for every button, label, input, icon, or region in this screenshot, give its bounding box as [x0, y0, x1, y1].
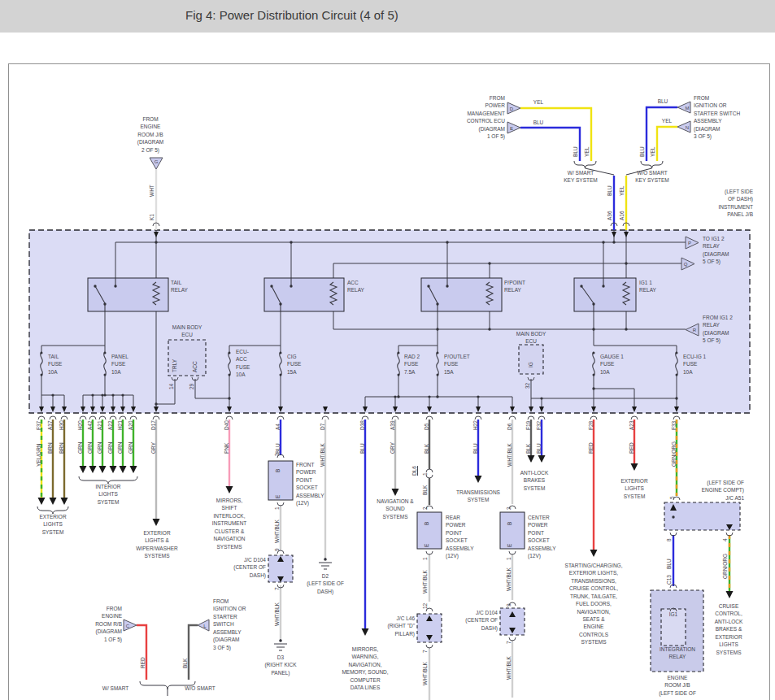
without-smart-key-note: W/O SMART KEY SYSTEM — [631, 169, 673, 185]
wire-label-blu-m: BLU — [655, 98, 671, 105]
pin-d38: D38 — [359, 420, 365, 430]
cig-fuse-label: CIG FUSE 15A — [287, 353, 315, 376]
ecu-pin-ig: IG — [528, 362, 533, 367]
jc-d104-b-label: J/C D104 (CENTER OF DASH) — [442, 609, 498, 632]
front-whtblk-2: WHT/BLK — [274, 602, 280, 626]
color-a42: GRN — [87, 442, 93, 454]
ecu-pin-29: 29 — [189, 384, 194, 389]
c13-blu-label: BLU — [666, 559, 672, 569]
pin-a36: A36 — [607, 211, 612, 220]
load-exterior-wiper: EXTERIOR LIGHTS & WIPER/WASHER SYSTEMS — [129, 529, 185, 560]
color-d5: BLK — [424, 444, 429, 454]
ecu-pin-trly: TRLY — [172, 359, 177, 372]
pin-c13: C13 — [666, 575, 672, 585]
rear-pin-b: B — [424, 522, 429, 525]
source-power-mgmt-ecu: FROM POWER MANAGEMENT CONTROL ECU (DIAGR… — [439, 94, 505, 141]
front-power-point-box — [268, 461, 293, 500]
color-f19: BLK — [525, 444, 531, 454]
color-a21: GRN — [97, 442, 102, 454]
pin-a4: A4 — [275, 424, 281, 430]
pin-f19: F19 — [525, 421, 531, 430]
load-exterior-lights-1: EXTERIOR LIGHTS SYSTEM — [30, 513, 76, 536]
front-pp-pin-e: E — [275, 495, 281, 498]
pin-k1: K1 — [149, 214, 155, 220]
wire-label-red-bottom: RED — [140, 657, 146, 668]
load-exterior-lights-2: EXTERIOR LIGHTS SYSTEM — [612, 477, 657, 500]
pin-a42: A42 — [87, 420, 93, 430]
load-mirrors-warning: MIRRORS, WARNING, NAVIGATION, MEMORY, SO… — [337, 646, 393, 692]
pin-h20: H20 — [77, 420, 83, 430]
wire-label-blu-v2: BLU — [639, 146, 645, 157]
triangle-p-letter: P — [688, 241, 691, 246]
pin-d40: D40 — [224, 420, 229, 430]
front-pin-9: 9 — [274, 548, 280, 551]
load-interior-lights: INTERIOR LIGHTS SYSTEM — [85, 483, 131, 506]
color-d6: WHT/BLK — [507, 443, 512, 467]
color-h30: BRN — [59, 442, 64, 454]
pin-a16: A16 — [619, 211, 625, 220]
pin-d17: D17 — [150, 420, 156, 430]
acc-relay-label: ACC RELAY — [347, 279, 380, 294]
jc-a51-label: (LEFT SIDE OF ENGINE COMPT) J/C A51 — [686, 479, 744, 502]
wire-label-yel-v2: YEL — [650, 147, 655, 157]
ecu-pin-32: 32 — [525, 383, 530, 389]
instrument-panel-jb-note: (LEFT SIDE OF DASH) INSTRUMENT PANEL J/B — [698, 188, 753, 219]
center-pin-b: B — [507, 522, 512, 525]
pin-d5: D5 — [424, 424, 429, 430]
rear-power-point-box — [417, 512, 442, 549]
pin-a21: A21 — [97, 420, 102, 430]
a51-grnorg-label: GRN/ORG — [722, 554, 728, 579]
front-whtblk-1: WHT/BLK — [274, 520, 280, 543]
wire-label-blu-a36: BLU — [607, 185, 612, 196]
tail-fuse-label: TAIL FUSE 10A — [48, 353, 76, 376]
center-pin-e: E — [507, 544, 512, 547]
pin-f37: F37 — [36, 421, 41, 430]
rear-pp-label: REAR POWER POINT SOCKET ASSEMBLY (12V) — [446, 514, 483, 560]
wire-label-wht-k1: WHT — [149, 185, 155, 197]
ig1-label: IG1 — [660, 611, 686, 618]
pin-h21: H21 — [117, 420, 123, 430]
color-d17: GRY — [150, 442, 156, 454]
engine-room-jb-2-label: ENGINE ROOM J/B (LEFT SIDE OF — [653, 674, 702, 697]
source-ignition-top: FROM IGNITION OR STARTER SWITCH ASSEMBLY… — [694, 94, 757, 141]
wire-label-blu-e: BLU — [530, 119, 546, 126]
wire-label-yel-n: YEL — [659, 117, 675, 124]
front-pp-pin-b: B — [275, 469, 281, 472]
triangle-c-letter: C — [126, 624, 130, 628]
center-power-point-box — [500, 512, 525, 549]
center-pin-9: 9 — [506, 603, 512, 607]
pin-d6: D6 — [507, 424, 512, 430]
poutlet-fuse-label: P/OUTLET FUSE 15A — [444, 353, 480, 376]
color-a39: GRY — [390, 442, 395, 454]
center-pin-1: 1 — [506, 557, 512, 560]
triangle-e-letter: E — [510, 126, 513, 131]
rear-whtblk-1: WHT/BLK — [422, 570, 428, 593]
color-f33: GRN/ORG — [671, 441, 677, 467]
main-body-ecu-label-right: MAIN BODY ECU — [508, 330, 554, 346]
wiring-diagram-page: Fig 4: Power Distribution Circuit (4 of … — [0, 0, 775, 700]
color-h20: GRN — [77, 442, 83, 454]
center-whtblk-1: WHT/BLK — [506, 567, 512, 591]
from-ig12-relay-note: FROM IG1 2 RELAY (DIAGRAM 5 OF 5) — [703, 314, 753, 345]
triangle-g-letter: G — [155, 159, 159, 164]
to-ig12-relay-note: TO IG1 2 RELAY (DIAGRAM 5 OF 5) — [703, 235, 753, 266]
panel-fuse-label: PANEL FUSE 10A — [111, 353, 139, 376]
ecu-pin-14: 14 — [168, 384, 174, 389]
rear-pin-1a: 1 — [422, 472, 428, 476]
load-antilock-brakes: ANTI-LOCK BRAKES SYSTEM — [512, 469, 557, 492]
rear-whtblk-2: WHT/BLK — [422, 662, 428, 685]
color-h22: BLU — [472, 443, 478, 454]
ppoint-relay-label: P/POINT RELAY — [504, 279, 540, 294]
front-pin-7: 7 — [274, 587, 280, 590]
color-a23: RED — [629, 442, 634, 454]
wire-label-yel-d: YEL — [530, 98, 546, 106]
jc-d104-a-label: J/C D104 (CENTER OF DASH) — [212, 556, 266, 579]
center-pin-2: 2 — [506, 507, 512, 510]
load-navigation-sound: NAVIGATION & SOUND SYSTEMS — [370, 498, 420, 520]
color-a37: BRN — [47, 442, 53, 454]
ecu-pin-acc: ACC — [192, 361, 198, 372]
load-starting-charging: STARTING/CHARGING, EXTERIOR LIGHTS, TRAN… — [556, 562, 631, 646]
color-f37: YEL/GRN — [36, 443, 41, 467]
rear-pin-7: 7 — [422, 650, 428, 653]
main-body-ecu-label-left: MAIN BODY ECU — [164, 324, 210, 339]
